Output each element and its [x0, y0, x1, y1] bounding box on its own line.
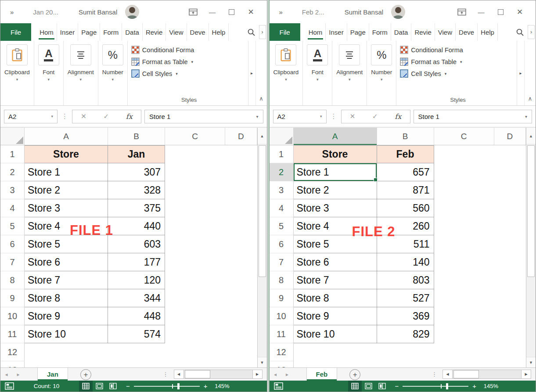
select-all-corner[interactable]	[270, 128, 294, 145]
cell-column-a[interactable]	[25, 343, 108, 361]
row-header[interactable]: 11	[0, 325, 25, 343]
row-header[interactable]: 2	[270, 163, 294, 181]
clipboard-group[interactable]: Clipboard ▾	[0, 41, 34, 105]
tab-page-layout[interactable]: Page	[78, 23, 100, 41]
cell-column-b[interactable]: 307	[108, 163, 165, 181]
cell-column-d[interactable]	[225, 217, 257, 235]
tab-formulas[interactable]: Form	[369, 23, 391, 41]
horizontal-scrollbar[interactable]: ◀ ▶	[174, 370, 263, 379]
cell-column-b[interactable]: 603	[108, 235, 165, 253]
cell-column-a[interactable]: Store	[294, 145, 377, 163]
v-scrollbar-track[interactable]	[526, 277, 536, 357]
cell-column-a[interactable]: Store 2	[25, 181, 108, 199]
page-layout-view-button[interactable]	[362, 381, 375, 392]
cell-column-b[interactable]: 140	[377, 253, 434, 271]
paste-button[interactable]	[7, 44, 28, 65]
expand-formula-bar-icon[interactable]: ▾	[525, 114, 527, 119]
cell-column-c[interactable]	[434, 235, 494, 253]
cell-column-d[interactable]	[494, 361, 526, 367]
cell-column-a[interactable]: Store 7	[25, 271, 108, 289]
chevron-down-icon[interactable]: ▾	[51, 114, 53, 119]
row-header[interactable]: 2	[0, 163, 25, 181]
v-scrollbar-track[interactable]	[258, 277, 267, 357]
sheet-tab[interactable]: Feb	[306, 368, 338, 381]
alignment-button[interactable]	[70, 44, 91, 65]
maximize-button[interactable]	[222, 9, 241, 15]
cell-column-c[interactable]	[434, 325, 494, 343]
row-header[interactable]: 12	[270, 343, 294, 361]
tab-review[interactable]: Revie	[143, 23, 166, 41]
enter-icon[interactable]: ✓	[104, 112, 109, 120]
styles-flyout-icon[interactable]: ▸	[248, 41, 255, 105]
scroll-up-icon[interactable]: ▲	[526, 128, 536, 144]
cell-column-d[interactable]	[225, 235, 257, 253]
row-header[interactable]: 13	[270, 361, 294, 367]
number-format-button[interactable]: %	[102, 44, 123, 65]
row-header[interactable]: 4	[270, 199, 294, 217]
cell-column-a[interactable]: Store 10	[25, 325, 108, 343]
cell-column-b[interactable]: 177	[108, 253, 165, 271]
tab-insert[interactable]: Inser	[57, 23, 78, 41]
cell-column-d[interactable]	[494, 163, 526, 181]
chevron-down-icon[interactable]: ▾	[381, 77, 383, 82]
cell-column-b[interactable]: 527	[377, 289, 434, 307]
maximize-button[interactable]	[491, 9, 510, 15]
cell-column-d[interactable]	[225, 181, 257, 199]
v-scrollbar-thumb[interactable]	[527, 145, 535, 277]
cell-column-d[interactable]	[225, 325, 257, 343]
cell-column-b[interactable]: 657	[377, 163, 434, 181]
cell-column-c[interactable]	[165, 271, 225, 289]
minimize-button[interactable]: —	[203, 8, 222, 16]
cell-column-c[interactable]	[434, 307, 494, 325]
cell-column-a[interactable]: Store 10	[294, 325, 377, 343]
zoom-out-button[interactable]: −	[126, 382, 130, 390]
row-header[interactable]: 1	[0, 145, 25, 163]
zoom-slider[interactable]	[403, 386, 468, 387]
quick-access-chevrons-icon[interactable]: »	[10, 8, 14, 16]
zoom-slider[interactable]	[134, 386, 200, 387]
h-scrollbar-track[interactable]	[479, 370, 522, 378]
cell-column-d[interactable]	[225, 289, 257, 307]
scroll-down-icon[interactable]: ▼	[526, 357, 536, 367]
cell-column-b[interactable]: 369	[377, 307, 434, 325]
search-icon[interactable]	[513, 23, 527, 41]
tabbar-resize-dots-icon[interactable]: ⋮	[163, 371, 169, 378]
tab-formulas[interactable]: Form	[100, 23, 122, 41]
chevron-down-icon[interactable]: ▾	[80, 77, 82, 82]
horizontal-scrollbar[interactable]: ◀ ▶	[442, 370, 531, 379]
cell-column-a[interactable]	[294, 343, 377, 361]
column-header-d[interactable]: D	[225, 128, 257, 145]
close-button[interactable]: ✕	[510, 7, 529, 17]
ribbon-display-options-icon[interactable]	[183, 8, 203, 16]
cell-column-c[interactable]	[165, 235, 225, 253]
cell-column-c[interactable]	[165, 163, 225, 181]
file-tab[interactable]: File	[270, 23, 300, 41]
page-break-preview-button[interactable]	[106, 381, 120, 392]
cell-column-d[interactable]	[494, 289, 526, 307]
cell-column-d[interactable]	[225, 271, 257, 289]
cell-column-a[interactable]: Store	[25, 145, 108, 163]
tab-data[interactable]: Data	[122, 23, 143, 41]
row-header[interactable]: 3	[270, 181, 294, 199]
collapse-ribbon-button[interactable]: ∧	[524, 41, 536, 105]
cell-column-c[interactable]	[165, 199, 225, 217]
cell-column-c[interactable]	[165, 145, 225, 163]
cell-column-b[interactable]: Jan	[108, 145, 165, 163]
cell-column-c[interactable]	[434, 217, 494, 235]
cell-column-c[interactable]	[434, 199, 494, 217]
font-button[interactable]: A	[307, 44, 328, 65]
cell-column-b[interactable]: Feb	[377, 145, 434, 163]
name-box[interactable]: A2 ▾	[273, 110, 327, 123]
h-scrollbar-thumb[interactable]	[185, 370, 210, 378]
row-header[interactable]: 9	[270, 289, 294, 307]
cell-column-c[interactable]	[434, 361, 494, 367]
cell-column-b[interactable]	[108, 361, 165, 367]
chevron-down-icon[interactable]: ▾	[16, 77, 18, 82]
ribbon-more-icon[interactable]: ›	[528, 25, 535, 39]
alignment-group[interactable]: Alignment ▾	[64, 41, 98, 105]
column-header-c[interactable]: C	[434, 128, 494, 145]
cell-column-c[interactable]	[165, 217, 225, 235]
macro-record-icon[interactable]	[274, 382, 283, 390]
clipboard-group[interactable]: Clipboard ▾	[270, 41, 303, 105]
zoom-out-button[interactable]: −	[395, 382, 399, 390]
